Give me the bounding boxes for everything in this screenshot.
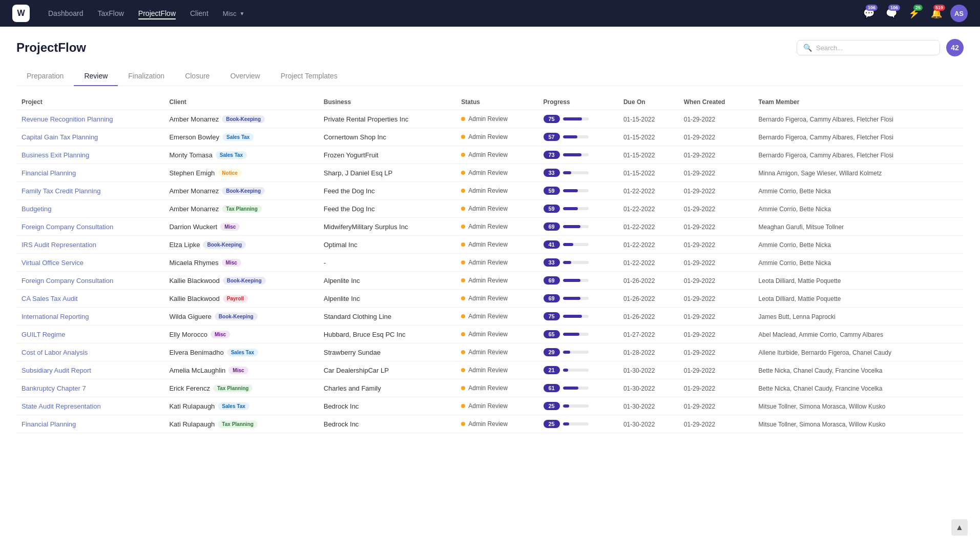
cell-progress: 29 [538, 343, 618, 361]
scroll-top-button[interactable]: ▲ [951, 519, 968, 536]
tab-finalization[interactable]: Finalization [118, 67, 175, 86]
project-link[interactable]: Revenue Recognition Planning [22, 115, 113, 123]
cell-due-on: 01-26-2022 [618, 290, 679, 308]
team-members: Mitsue Tollner, Simona Morasca, Willow K… [759, 403, 886, 410]
table-body: Revenue Recognition Planning Amber Monar… [16, 110, 964, 433]
tab-preparation[interactable]: Preparation [16, 67, 74, 86]
message-button[interactable]: 🗨️ 106 [883, 5, 900, 22]
cell-when-created: 01-29-2022 [679, 343, 754, 361]
cell-status: Admin Review [456, 110, 538, 128]
app-logo[interactable]: W [12, 5, 30, 22]
progress-fill [563, 315, 582, 318]
cell-business: Bedrock Inc [319, 397, 456, 415]
project-link[interactable]: Foreign Company Consultation [22, 223, 113, 231]
cell-business: Sharp, J Daniel Esq LP [319, 164, 456, 182]
project-link[interactable]: Cost of Labor Analysis [22, 349, 88, 356]
progress-bar [563, 404, 589, 408]
client-name: Stephen Emigh [169, 169, 215, 177]
cell-status: Admin Review [456, 218, 538, 236]
progress-bar [563, 333, 589, 336]
progress-bar [563, 279, 589, 282]
cell-client: Amber Monarrez Book-Keeping [164, 182, 318, 200]
col-due-on: Due On [618, 94, 679, 110]
status-dot [461, 350, 465, 354]
nav-dashboard[interactable]: Dashboard [48, 7, 84, 19]
cell-project: Virtual Office Service [16, 254, 164, 272]
created-date: 01-29-2022 [684, 170, 715, 177]
project-link[interactable]: CA Sales Tax Audit [22, 295, 78, 302]
project-link[interactable]: Bankruptcy Chapter 7 [22, 384, 86, 392]
tab-overview[interactable]: Overview [220, 67, 270, 86]
cell-client: Erick Ferencz Tax Planning [164, 379, 318, 397]
business-name: Cornertown Shop Inc [324, 133, 386, 141]
progress-value: 57 [544, 133, 560, 141]
project-link[interactable]: Budgeting [22, 205, 52, 213]
project-link[interactable]: Business Exit Planning [22, 151, 89, 159]
team-members: Bette Nicka, Chanel Caudy, Francine Voce… [759, 385, 883, 392]
client-tag: Misc [222, 259, 241, 267]
project-link[interactable]: IRS Audit Representation [22, 241, 96, 249]
cell-team: Mitsue Tollner, Simona Morasca, Willow K… [754, 397, 964, 415]
cell-client: Monty Tomasa Sales Tax [164, 146, 318, 164]
project-link[interactable]: Capital Gain Tax Planning [22, 133, 98, 141]
project-link[interactable]: Family Tax Credit Planning [22, 187, 100, 195]
project-link[interactable]: State Audit Representation [22, 402, 101, 410]
progress-value: 75 [544, 115, 560, 123]
lightning-button[interactable]: ⚡ 25 [905, 5, 923, 22]
tab-project-templates[interactable]: Project Templates [270, 67, 348, 86]
chat-button[interactable]: 💬 106 [860, 5, 878, 22]
cell-client: Wilda Giguere Book-Keeping [164, 308, 318, 326]
project-link[interactable]: Financial Planning [22, 420, 76, 428]
cell-client: Kati Rulapaugh Sales Tax [164, 397, 318, 415]
nav-client[interactable]: Client [190, 7, 208, 19]
project-link[interactable]: Subsidiary Audit Report [22, 367, 91, 374]
tab-review[interactable]: Review [74, 67, 118, 86]
cell-due-on: 01-22-2022 [618, 236, 679, 254]
progress-fill [563, 117, 582, 120]
search-input[interactable] [816, 44, 933, 52]
status-text: Admin Review [468, 187, 508, 194]
cell-project: Subsidiary Audit Report [16, 361, 164, 379]
cell-team: Ammie Corrio, Bette Nicka [754, 182, 964, 200]
table-row: GUILT Regime Elly Morocco Misc Hubbard, … [16, 326, 964, 343]
project-link[interactable]: Virtual Office Service [22, 259, 84, 267]
cell-due-on: 01-15-2022 [618, 128, 679, 146]
table-row: Subsidiary Audit Report Amelia McLaughli… [16, 361, 964, 379]
client-tag: Misc [220, 223, 240, 231]
cell-progress: 33 [538, 164, 618, 182]
business-name: Sharp, J Daniel Esq LP [324, 169, 392, 177]
cell-client: Elza Lipke Book-Keeping [164, 236, 318, 254]
notification-badge: 519 [933, 5, 945, 11]
cell-team: Bette Nicka, Chanel Caudy, Francine Voce… [754, 379, 964, 397]
nav-misc[interactable]: Misc ▼ [223, 10, 245, 17]
cell-due-on: 01-30-2022 [618, 397, 679, 415]
project-link[interactable]: GUILT Regime [22, 331, 66, 338]
notification-button[interactable]: 🔔 519 [928, 5, 945, 22]
project-link[interactable]: International Reporting [22, 313, 89, 320]
progress-bar [563, 387, 589, 390]
cell-project: IRS Audit Representation [16, 236, 164, 254]
cell-due-on: 01-30-2022 [618, 361, 679, 379]
cell-team: James Butt, Lenna Paprocki [754, 308, 964, 326]
cell-progress: 25 [538, 415, 618, 433]
cell-when-created: 01-29-2022 [679, 182, 754, 200]
cell-status: Admin Review [456, 397, 538, 415]
progress-fill [563, 189, 578, 192]
user-avatar[interactable]: AS [950, 5, 968, 22]
progress-value: 73 [544, 151, 560, 159]
nav-taxflow[interactable]: TaxFlow [98, 7, 124, 19]
cell-status: Admin Review [456, 128, 538, 146]
tab-closure[interactable]: Closure [175, 67, 220, 86]
business-name: Bedrock Inc [324, 420, 359, 428]
cell-team: Leota Dilliard, Mattie Poquette [754, 272, 964, 290]
table-row: Family Tax Credit Planning Amber Monarre… [16, 182, 964, 200]
progress-bar [563, 225, 589, 228]
nav-projectflow[interactable]: ProjectFlow [138, 7, 176, 19]
project-link[interactable]: Foreign Company Consultation [22, 277, 113, 285]
created-date: 01-29-2022 [684, 349, 715, 356]
cell-progress: 25 [538, 397, 618, 415]
cell-status: Admin Review [456, 146, 538, 164]
project-link[interactable]: Financial Planning [22, 169, 76, 177]
status-dot [461, 332, 465, 336]
due-date: 01-28-2022 [623, 349, 655, 356]
